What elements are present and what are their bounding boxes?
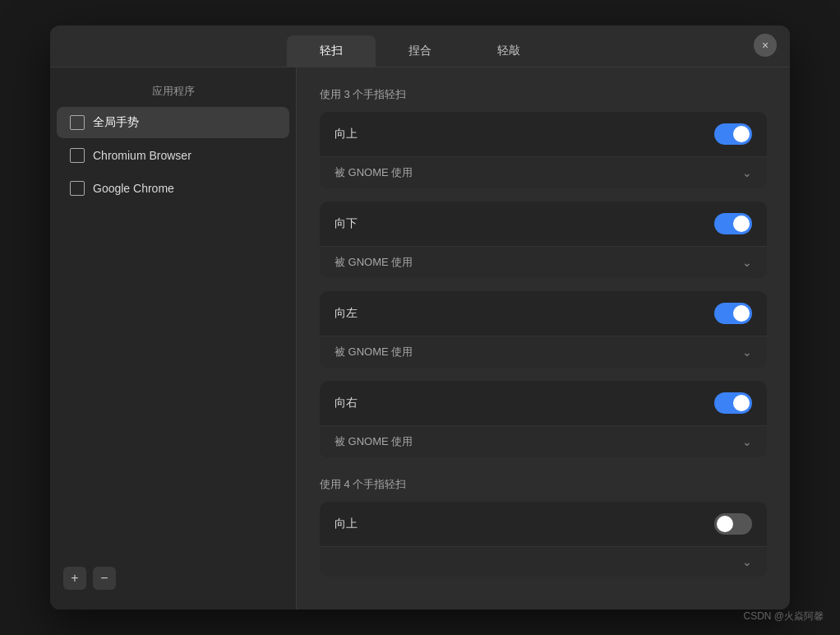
dropdown-label-left: 被 GNOME 使用 xyxy=(335,345,413,359)
gesture-row-up4: 向上 xyxy=(320,502,767,546)
sidebar-items-list: 全局手势Chromium BrowserGoogle Chrome xyxy=(50,105,296,206)
app-icon-global xyxy=(70,115,85,130)
gesture-card-down: 向下被 GNOME 使用⌄ xyxy=(320,202,767,278)
section-title-three-finger: 使用 3 个手指轻扫 xyxy=(320,87,767,102)
gesture-row-right: 向右 xyxy=(320,381,767,425)
sidebar-item-label-chrome: Google Chrome xyxy=(93,182,174,195)
sidebar-item-chrome[interactable]: Google Chrome xyxy=(57,173,289,204)
gesture-card-up4: 向上⌄ xyxy=(320,502,767,577)
sidebar: 应用程序 全局手势Chromium BrowserGoogle Chrome +… xyxy=(50,67,297,610)
dropdown-label-right: 被 GNOME 使用 xyxy=(335,434,413,449)
gesture-row-down: 向下 xyxy=(320,202,767,246)
tab-pinch[interactable]: 捏合 xyxy=(376,35,464,67)
toggle-knob-up xyxy=(733,126,750,142)
gesture-label-left: 向左 xyxy=(335,306,358,321)
app-icon-chrome xyxy=(70,181,85,196)
sidebar-item-global[interactable]: 全局手势 xyxy=(57,107,289,138)
toggle-left[interactable] xyxy=(714,303,752,324)
toggle-knob-down xyxy=(733,216,750,232)
toggle-up4[interactable] xyxy=(714,513,752,535)
gesture-card-up: 向上被 GNOME 使用⌄ xyxy=(320,112,767,188)
chevron-down-icon-left: ⌄ xyxy=(742,345,752,359)
gesture-label-right: 向右 xyxy=(335,396,358,410)
watermark: CSDN @火焱阿馨 xyxy=(743,610,824,623)
tab-tap[interactable]: 轻敲 xyxy=(464,35,553,67)
dialog-header: 轻扫捏合轻敲 × xyxy=(50,25,790,67)
dropdown-row-right[interactable]: 被 GNOME 使用⌄ xyxy=(320,425,767,457)
tab-swipe[interactable]: 轻扫 xyxy=(287,35,376,67)
dialog-body: 应用程序 全局手势Chromium BrowserGoogle Chrome +… xyxy=(50,67,790,610)
sections-container: 使用 3 个手指轻扫向上被 GNOME 使用⌄向下被 GNOME 使用⌄向左被 … xyxy=(320,87,767,577)
settings-dialog: 轻扫捏合轻敲 × 应用程序 全局手势Chromium BrowserGoogle… xyxy=(50,25,790,610)
sidebar-item-label-global: 全局手势 xyxy=(93,115,139,130)
chevron-down-icon-up: ⌄ xyxy=(742,166,752,179)
dropdown-row-down[interactable]: 被 GNOME 使用⌄ xyxy=(320,246,767,278)
toggle-knob-left xyxy=(733,305,750,322)
dropdown-row-up[interactable]: 被 GNOME 使用⌄ xyxy=(320,156,767,188)
tabs-container: 轻扫捏合轻敲 xyxy=(63,35,777,67)
sidebar-item-chromium[interactable]: Chromium Browser xyxy=(57,140,289,171)
sidebar-item-label-chromium: Chromium Browser xyxy=(93,149,192,162)
toggle-knob-right xyxy=(733,395,750,411)
gesture-label-down: 向下 xyxy=(335,216,358,231)
gesture-row-left: 向左 xyxy=(320,291,767,336)
chevron-down-icon-down: ⌄ xyxy=(742,256,752,269)
chevron-down-icon-up4: ⌄ xyxy=(742,555,752,568)
dropdown-label-down: 被 GNOME 使用 xyxy=(335,255,413,270)
chevron-down-icon-right: ⌄ xyxy=(742,435,752,448)
dropdown-label-up: 被 GNOME 使用 xyxy=(335,165,413,180)
toggle-knob-up4 xyxy=(717,516,733,532)
dropdown-row-left[interactable]: 被 GNOME 使用⌄ xyxy=(320,336,767,368)
toggle-right[interactable] xyxy=(714,392,752,414)
remove-button[interactable]: − xyxy=(93,567,116,590)
sidebar-title: 应用程序 xyxy=(50,77,296,105)
main-content: 使用 3 个手指轻扫向上被 GNOME 使用⌄向下被 GNOME 使用⌄向左被 … xyxy=(297,67,790,610)
sidebar-footer: + − xyxy=(50,557,296,600)
toggle-down[interactable] xyxy=(714,213,752,234)
close-button[interactable]: × xyxy=(754,34,777,57)
app-icon-chromium xyxy=(70,148,85,163)
gesture-card-right: 向右被 GNOME 使用⌄ xyxy=(320,381,767,457)
section-title-four-finger: 使用 4 个手指轻扫 xyxy=(320,477,767,492)
gesture-card-left: 向左被 GNOME 使用⌄ xyxy=(320,291,767,368)
gesture-label-up: 向上 xyxy=(335,127,358,141)
gesture-label-up4: 向上 xyxy=(335,517,358,531)
add-button[interactable]: + xyxy=(63,567,86,590)
toggle-up[interactable] xyxy=(714,123,752,145)
dropdown-row-up4[interactable]: ⌄ xyxy=(320,546,767,577)
gesture-row-up: 向上 xyxy=(320,112,767,156)
